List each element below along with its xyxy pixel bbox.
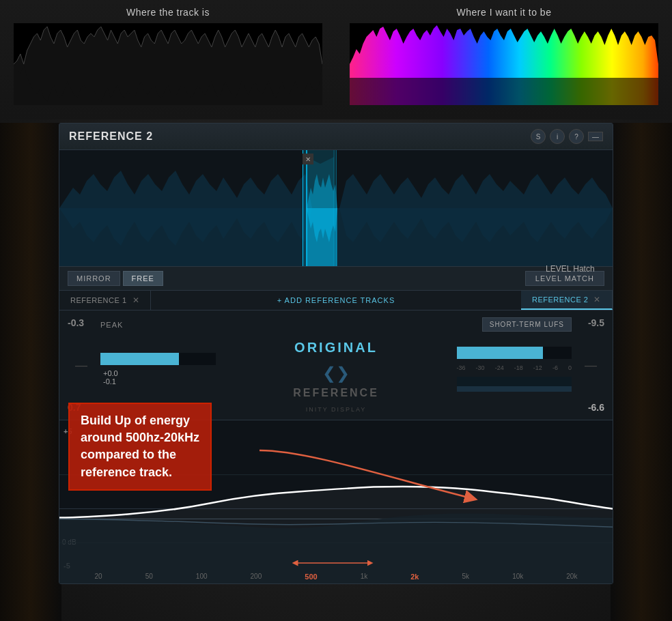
freq-1k: 1k [361, 573, 368, 581]
level-hatch-label: LEVEL Hatch [546, 264, 595, 274]
db-scale-neg24: -24 [495, 364, 504, 371]
original-label: ORIGINAL [294, 337, 378, 358]
annotation-arrow [253, 437, 492, 519]
meter-center-area: PEAK SHORT-TERM LUFS +0.0 -0.1 OR [100, 317, 572, 413]
close-x-button[interactable]: ✕ [303, 154, 313, 164]
freq-20k: 20k [566, 573, 577, 581]
freq-100: 100 [196, 573, 208, 581]
plugin-title: REFERENCE 2 [69, 130, 153, 143]
right-top-reading: -9.5 [577, 317, 604, 328]
left-waveform-display [14, 23, 322, 105]
freq-2k: 2k [410, 573, 419, 581]
right-waveform-panel: Where I want it to be [336, 0, 672, 119]
plugin-header: REFERENCE 2 S i ? — [59, 124, 613, 150]
freq-200: 200 [251, 573, 262, 581]
right-dash: — [577, 358, 604, 373]
db-scale-neg6: -6 [552, 364, 558, 371]
reading-plus: +0.0 [103, 369, 216, 377]
bg-right [611, 123, 672, 621]
bg-left [0, 123, 61, 621]
freq-10k: 10k [512, 573, 523, 581]
reference-label: REFERENCE [293, 386, 379, 401]
annotation-box: Build Up of energyaround 500hz-20kHzcomp… [68, 403, 212, 491]
peak-label: PEAK [100, 321, 123, 329]
meter-label-row: PEAK SHORT-TERM LUFS [100, 317, 572, 332]
mirror-button[interactable]: MIRROR [68, 271, 120, 286]
s-button[interactable]: S [531, 129, 546, 144]
freq-arrow-indicator [292, 558, 374, 568]
db-scale-neg36: -36 [457, 364, 466, 371]
top-section: Where the track is Where I want it to be [0, 0, 672, 119]
close-tab-1-icon[interactable]: ✕ [132, 295, 140, 305]
freq-50: 50 [145, 573, 153, 581]
left-chevron: ❮ [322, 364, 336, 383]
freq-axis: 20 50 100 200 500 1k 2k 5k 10k 20k [59, 573, 613, 581]
db-scale-neg18: -18 [514, 364, 523, 371]
plugin-waveform-display: ✕ [59, 150, 613, 266]
freq-20: 20 [95, 573, 102, 581]
waveform-controls-bar: MIRROR FREE LEVEL MATCH [59, 266, 613, 291]
close-tab-2-icon[interactable]: ✕ [593, 295, 601, 304]
db-scale-zero: 0 [568, 364, 572, 371]
left-meter-readings: -0.3 — 0.7 [68, 317, 95, 413]
reading-minus: -0.1 [103, 377, 216, 386]
db-scale-neg30: -30 [476, 364, 485, 371]
reference-tabs: REFERENCE 1 ✕ + ADD REFERENCE TRACKS REF… [59, 291, 613, 310]
right-waveform-label: Where I want it to be [457, 7, 552, 18]
add-reference-tracks-button[interactable]: + ADD REFERENCE TRACKS [266, 292, 406, 308]
reference-tab-2[interactable]: REFERENCE 2 ✕ [521, 291, 613, 310]
left-waveform-label: Where the track is [126, 7, 210, 18]
help-button[interactable]: ? [569, 129, 584, 144]
annotation-text: Build Up of energyaround 500hz-20kHzcomp… [81, 412, 199, 481]
minimize-button[interactable]: — [588, 132, 603, 141]
freq-500: 500 [305, 573, 317, 581]
playhead-region [303, 150, 337, 266]
mode-buttons: MIRROR FREE [68, 271, 163, 286]
free-button[interactable]: FREE [123, 271, 163, 286]
right-waveform-display [350, 23, 658, 105]
db-scale-neg12: -12 [533, 364, 542, 371]
left-dash: — [68, 358, 95, 373]
freq-5k: 5k [462, 573, 470, 581]
reference-tab-1[interactable]: REFERENCE 1 ✕ [59, 291, 151, 310]
header-controls: S i ? — [531, 129, 603, 144]
right-chevron: ❯ [336, 364, 350, 383]
lufs-button[interactable]: SHORT-TERM LUFS [482, 317, 572, 332]
right-bottom-reading: -6.6 [577, 402, 604, 413]
left-top-reading: -0.3 [68, 317, 95, 328]
right-meter-readings: -9.5 — -6.6 [577, 317, 604, 413]
info-button[interactable]: i [550, 129, 565, 144]
left-waveform-panel: Where the track is [0, 0, 336, 119]
